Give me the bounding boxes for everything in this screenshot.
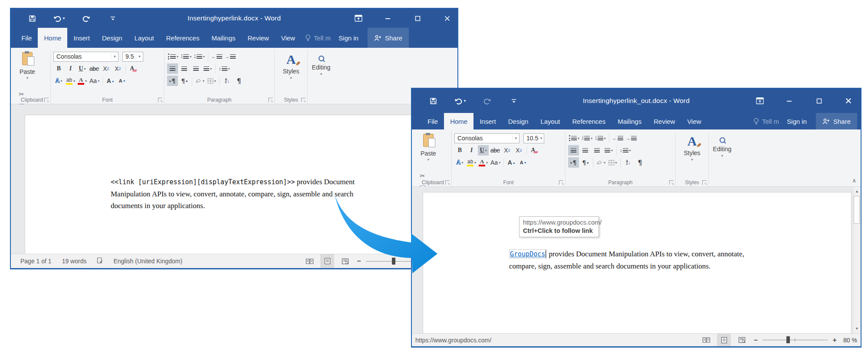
editing-dropdown-arrow[interactable]: ▾ bbox=[320, 72, 322, 76]
styles-dropdown-arrow[interactable]: ▾ bbox=[691, 158, 693, 162]
strikethrough-button[interactable]: abe bbox=[490, 145, 501, 156]
clipboard-dialog-launcher[interactable] bbox=[44, 98, 49, 102]
font-color-button[interactable]: A▾ bbox=[77, 76, 88, 86]
align-center-button[interactable] bbox=[179, 63, 190, 74]
page-count-status[interactable]: Page 1 of 1 bbox=[20, 258, 52, 265]
line-spacing-dropdown-arrow[interactable]: ▾ bbox=[629, 149, 631, 152]
font-color-dropdown-arrow[interactable]: ▾ bbox=[85, 79, 87, 83]
scroll-down-arrow[interactable]: ▼ bbox=[853, 325, 861, 332]
tab-insert[interactable]: Insert bbox=[473, 113, 502, 129]
borders-button[interactable]: ▾ bbox=[607, 157, 618, 168]
proofing-status-button[interactable] bbox=[97, 257, 103, 265]
rtl-text-direction-button[interactable]: ¶◂ bbox=[179, 76, 190, 86]
strikethrough-button[interactable]: abe bbox=[89, 63, 100, 74]
text-effects-button[interactable]: A▾ bbox=[53, 76, 64, 86]
minimize-button[interactable] bbox=[785, 98, 794, 104]
italic-button[interactable]: I bbox=[65, 63, 76, 74]
ribbon-display-options-button[interactable] bbox=[354, 15, 363, 22]
print-layout-button[interactable] bbox=[717, 334, 731, 346]
close-button[interactable] bbox=[443, 15, 451, 22]
document-page[interactable]: GroupDocs provides Document Manipulation… bbox=[423, 192, 852, 333]
justify-button[interactable]: ▾ bbox=[603, 145, 614, 156]
zoom-out-button[interactable]: − bbox=[753, 336, 759, 344]
vertical-scrollbar[interactable]: ▲ ▼ bbox=[853, 187, 861, 333]
shrink-font-button[interactable]: A▼ bbox=[117, 76, 128, 86]
editing-button[interactable]: Editing ▾ bbox=[711, 132, 733, 158]
superscript-button[interactable]: X2 bbox=[513, 145, 524, 156]
paragraph-dialog-launcher[interactable] bbox=[669, 180, 674, 185]
font-color-dropdown-arrow[interactable]: ▾ bbox=[486, 161, 488, 165]
zoom-percentage[interactable]: 80 % bbox=[843, 337, 857, 344]
editing-dropdown-arrow[interactable]: ▾ bbox=[721, 154, 723, 158]
save-button[interactable] bbox=[19, 15, 46, 22]
numbering-button[interactable]: 12▾ bbox=[180, 51, 192, 62]
maximize-button[interactable] bbox=[815, 98, 823, 104]
scroll-up-arrow[interactable]: ▲ bbox=[853, 188, 861, 195]
close-button[interactable] bbox=[844, 97, 853, 104]
align-right-button[interactable] bbox=[592, 145, 602, 156]
customize-quick-access-button[interactable] bbox=[500, 98, 527, 103]
styles-dialog-launcher[interactable] bbox=[702, 180, 707, 185]
paragraph-dialog-launcher[interactable] bbox=[268, 98, 273, 102]
increase-indent-button[interactable]: → bbox=[625, 133, 638, 143]
font-size-combo[interactable]: 10.5▾ bbox=[523, 133, 544, 143]
font-size-dropdown-arrow[interactable]: ▾ bbox=[136, 54, 143, 59]
read-mode-button[interactable] bbox=[699, 334, 713, 346]
font-name-combo[interactable]: Consolas▾ bbox=[53, 52, 118, 62]
tab-mailings[interactable]: Mailings bbox=[205, 28, 241, 48]
tab-review[interactable]: Review bbox=[241, 28, 275, 48]
decrease-indent-button[interactable]: ← bbox=[612, 133, 624, 143]
text-effects-button[interactable]: A▾ bbox=[454, 157, 465, 168]
clear-formatting-button[interactable]: A bbox=[128, 63, 139, 74]
ltr-text-direction-button[interactable]: ▸¶ bbox=[167, 76, 178, 86]
tab-mailings[interactable]: Mailings bbox=[612, 113, 648, 129]
tell-me-box[interactable]: Tell m bbox=[301, 28, 335, 48]
customize-quick-access-button[interactable] bbox=[99, 16, 126, 21]
line-spacing-button[interactable]: ↕▾ bbox=[619, 145, 632, 156]
undo-dropdown-arrow[interactable]: ▾ bbox=[63, 16, 65, 20]
line-spacing-button[interactable]: ↕▾ bbox=[218, 63, 231, 74]
scrollbar-thumb[interactable] bbox=[854, 196, 860, 224]
show-formatting-marks-button[interactable]: ¶ bbox=[635, 157, 645, 168]
minimize-button[interactable] bbox=[384, 15, 392, 21]
show-formatting-marks-button[interactable]: ¶ bbox=[233, 76, 244, 86]
ltr-text-direction-button[interactable]: ▸¶ bbox=[568, 157, 579, 168]
maximize-button[interactable] bbox=[413, 16, 422, 21]
save-button[interactable] bbox=[420, 97, 447, 105]
bullets-button[interactable]: ▾ bbox=[568, 133, 580, 143]
tab-design[interactable]: Design bbox=[96, 28, 128, 48]
tab-home[interactable]: Home bbox=[444, 113, 473, 129]
borders-button[interactable]: ▾ bbox=[206, 76, 217, 86]
multilevel-list-button[interactable]: 1a▾ bbox=[193, 51, 205, 62]
italic-button[interactable]: I bbox=[466, 145, 477, 156]
align-center-button[interactable] bbox=[580, 145, 591, 156]
align-right-button[interactable] bbox=[191, 63, 201, 74]
tab-layout[interactable]: Layout bbox=[128, 28, 160, 48]
shading-dropdown-arrow[interactable]: ▾ bbox=[203, 79, 204, 83]
underline-dropdown-arrow[interactable]: ▾ bbox=[485, 149, 487, 152]
read-mode-button[interactable] bbox=[302, 254, 316, 268]
paste-dropdown-arrow[interactable]: ▾ bbox=[427, 158, 429, 162]
justify-dropdown-arrow[interactable]: ▾ bbox=[611, 149, 613, 152]
language-status[interactable]: English (United Kingdom) bbox=[113, 258, 182, 265]
styles-dropdown-arrow[interactable]: ▾ bbox=[290, 76, 292, 80]
zoom-slider[interactable] bbox=[763, 340, 828, 340]
share-button[interactable]: Share bbox=[368, 28, 409, 48]
align-left-button[interactable] bbox=[167, 63, 178, 74]
subscript-button[interactable]: X2 bbox=[502, 145, 513, 156]
font-name-dropdown-arrow[interactable]: ▾ bbox=[512, 136, 519, 140]
change-case-button[interactable]: Aa▾ bbox=[490, 157, 501, 168]
styles-dialog-launcher[interactable] bbox=[301, 98, 306, 102]
sign-in-button[interactable]: Sign in bbox=[335, 28, 362, 48]
tab-layout[interactable]: Layout bbox=[534, 113, 566, 129]
tab-home[interactable]: Home bbox=[38, 28, 67, 48]
highlight-dropdown-arrow[interactable]: ▾ bbox=[73, 79, 75, 83]
tab-file[interactable]: File bbox=[15, 28, 38, 48]
undo-button[interactable]: ▾ bbox=[447, 97, 473, 105]
paste-button[interactable]: Paste ▾ bbox=[16, 50, 39, 88]
change-case-dropdown-arrow[interactable]: ▾ bbox=[499, 161, 500, 165]
font-color-button[interactable]: A▾ bbox=[478, 157, 489, 168]
multilevel-dropdown-arrow[interactable]: ▾ bbox=[203, 55, 205, 59]
font-name-dropdown-arrow[interactable]: ▾ bbox=[111, 54, 118, 59]
clipboard-dialog-launcher[interactable] bbox=[445, 180, 450, 185]
